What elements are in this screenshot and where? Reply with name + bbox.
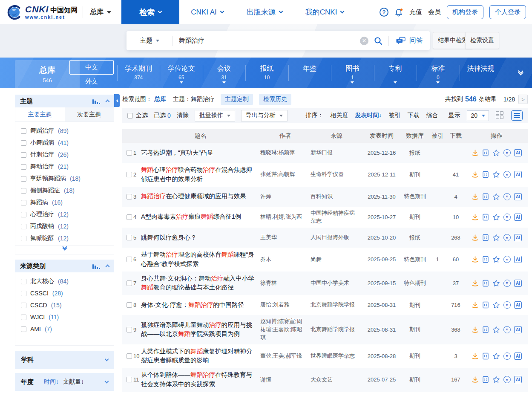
scope-value[interactable]: 总库 <box>154 95 166 103</box>
lang-chinese-tab[interactable]: 中文 <box>69 60 114 75</box>
download-icon[interactable] <box>472 376 479 383</box>
clear-search-icon[interactable]: ✕ <box>360 37 368 45</box>
download-icon[interactable] <box>472 256 479 263</box>
db-tab[interactable]: 学术期刊374 <box>117 58 160 88</box>
result-authors[interactable]: 董乾;王美;郝军锋 <box>260 352 311 360</box>
ai-assistant-icon[interactable]: AI <box>514 376 522 383</box>
cite-icon[interactable]: ” <box>503 171 511 178</box>
filter-item[interactable]: 小舞蹈病(41) <box>15 137 114 149</box>
nav-item-publications[interactable]: 出版来源 <box>235 0 294 24</box>
cite-icon[interactable]: ” <box>503 234 511 241</box>
download-icon[interactable] <box>472 149 479 156</box>
qa-button[interactable]: 问答 <box>389 36 430 45</box>
checkbox[interactable] <box>127 150 132 156</box>
notification-bell-icon[interactable] <box>394 8 403 17</box>
favorite-star-icon[interactable] <box>492 234 500 241</box>
ai-assistant-icon[interactable]: AI <box>514 280 522 287</box>
result-authors[interactable]: 林晴;利婧;张为西 <box>260 213 311 221</box>
checkbox[interactable] <box>127 214 132 220</box>
ai-assistant-icon[interactable]: AI <box>514 171 522 178</box>
ai-assistant-icon[interactable]: AI <box>514 234 522 241</box>
result-source[interactable]: 大众文艺 <box>311 376 362 384</box>
result-authors[interactable]: 乔木 <box>260 256 311 264</box>
result-source[interactable]: 尚舞 <box>311 256 362 264</box>
result-authors[interactable]: 许婵 <box>260 193 311 201</box>
checkbox[interactable] <box>21 200 26 205</box>
filter-item[interactable]: 针刺治疗(26) <box>15 149 114 161</box>
checkbox[interactable] <box>21 176 26 182</box>
collapse-section-icon[interactable] <box>106 99 110 104</box>
result-authors[interactable]: 谢恒 <box>260 376 311 384</box>
html-read-icon[interactable] <box>482 193 489 200</box>
cite-icon[interactable]: ” <box>503 326 511 333</box>
ai-assistant-icon[interactable]: AI <box>514 326 522 333</box>
download-icon[interactable] <box>472 214 479 221</box>
result-title-link[interactable]: 艺考热退潮，“真功夫”凸显 <box>141 148 260 158</box>
db-tab[interactable]: 年鉴 <box>288 58 331 88</box>
checkbox[interactable] <box>21 291 26 296</box>
favorite-star-icon[interactable] <box>492 353 500 360</box>
result-source[interactable]: 生命科学仪器 <box>311 170 362 179</box>
html-read-icon[interactable] <box>482 280 489 287</box>
checkbox[interactable] <box>21 164 26 170</box>
download-icon[interactable] <box>472 193 479 200</box>
checkbox[interactable] <box>21 327 26 332</box>
html-read-icon[interactable] <box>482 326 489 333</box>
library-dropdown[interactable]: 总库 <box>90 8 111 17</box>
filter-item[interactable]: 丙戊酸钠(12) <box>15 220 114 232</box>
filter-item[interactable]: WJCI(11) <box>15 311 114 323</box>
result-authors[interactable]: 张延芹;高朝辉 <box>260 170 311 179</box>
result-source[interactable]: 中国中小学美术 <box>311 279 362 287</box>
checkbox[interactable] <box>127 257 132 262</box>
org-login-button[interactable]: 机构登录 <box>447 5 483 19</box>
nav-item-my-cnki[interactable]: 我的CNKI <box>294 0 356 24</box>
result-source[interactable]: 世界睡眠医学杂志 <box>311 352 362 360</box>
sort-option[interactable]: 下载 <box>407 112 419 119</box>
batch-actions-button[interactable]: 批量操作 <box>195 110 235 121</box>
year-sort-time[interactable]: 时间↓ <box>44 378 59 386</box>
result-authors[interactable]: 程晓琳;杨频萍 <box>260 149 311 157</box>
download-icon[interactable] <box>472 326 479 333</box>
list-view-icon[interactable] <box>511 110 523 121</box>
result-authors[interactable]: 王美华 <box>260 234 311 242</box>
favorite-star-icon[interactable] <box>492 376 500 383</box>
favorite-star-icon[interactable] <box>492 301 500 309</box>
checkbox[interactable] <box>127 327 132 332</box>
checkbox[interactable] <box>127 194 132 199</box>
expand-more-icon[interactable] <box>15 246 114 254</box>
filter-item[interactable]: 北大核心(84) <box>15 275 114 287</box>
ai-assistant-icon[interactable]: AI <box>514 193 522 200</box>
select-all-label[interactable]: 全选 <box>136 112 148 119</box>
cite-icon[interactable]: ” <box>503 193 511 200</box>
collapse-section-icon[interactable] <box>106 264 110 269</box>
checkbox[interactable] <box>21 140 26 146</box>
db-tab[interactable]: 图书1 <box>331 58 374 88</box>
favorite-star-icon[interactable] <box>492 171 500 178</box>
personal-login-button[interactable]: 个人登录 <box>489 5 526 19</box>
checkbox[interactable] <box>127 172 132 177</box>
checkbox[interactable] <box>21 188 26 194</box>
checkbox[interactable] <box>21 152 26 158</box>
filter-item[interactable]: 心理治疗(12) <box>15 208 114 220</box>
filter-item[interactable]: 舞蹈治疗(89) <box>15 125 114 137</box>
recharge-link[interactable]: 充值 <box>409 8 422 16</box>
html-read-icon[interactable] <box>482 214 489 221</box>
search-field-dropdown[interactable]: 主题 <box>127 37 173 45</box>
result-title-link[interactable]: 基于舞动治疗理念的高校体育舞蹈课程“身心融合”教学模式探索 <box>141 250 260 269</box>
result-title-link[interactable]: A型肉毒毒素治疗瘢痕舞蹈综合征1例 <box>141 212 260 222</box>
search-settings-button[interactable]: 检索设置 <box>465 32 499 49</box>
favorite-star-icon[interactable] <box>492 193 500 200</box>
year-sort-count[interactable]: 文献量↓ <box>63 378 84 386</box>
db-tab[interactable]: 会议31 <box>203 58 245 88</box>
topic-subscribe-button[interactable]: 主题定制 <box>221 94 253 105</box>
sort-option[interactable]: 综合 <box>426 112 438 119</box>
nav-item-search[interactable]: 检索 <box>121 0 179 24</box>
nav-item-cnki-ai[interactable]: CNKI AI <box>179 0 235 24</box>
favorite-star-icon[interactable] <box>492 214 500 221</box>
download-icon[interactable] <box>472 353 479 360</box>
bar-chart-icon[interactable] <box>92 99 100 104</box>
checkbox[interactable] <box>21 303 26 308</box>
html-read-icon[interactable] <box>482 171 489 178</box>
favorite-star-icon[interactable] <box>492 256 500 263</box>
lang-foreign-tab[interactable]: 外文 <box>69 75 114 88</box>
